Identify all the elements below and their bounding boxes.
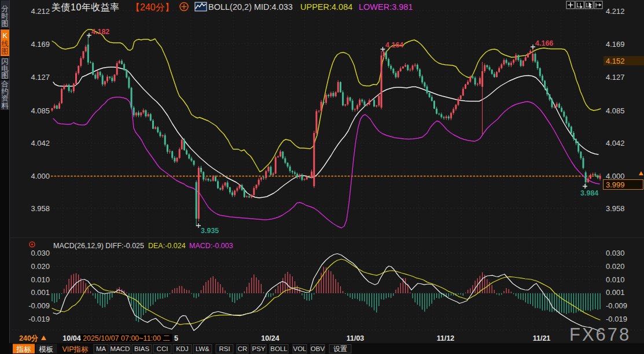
- svg-text:3.958: 3.958: [31, 204, 50, 213]
- svg-text:11/03: 11/03: [347, 334, 365, 342]
- svg-text:指标: 指标: [16, 345, 32, 353]
- svg-text:4.085: 4.085: [31, 106, 50, 115]
- svg-text:4.042: 4.042: [606, 139, 625, 148]
- svg-text:0.001: 0.001: [606, 288, 625, 297]
- svg-text:4.212: 4.212: [606, 7, 625, 16]
- svg-text:0.020: 0.020: [606, 262, 625, 271]
- svg-text:MA: MA: [96, 345, 106, 352]
- svg-text:PSY: PSY: [252, 345, 265, 352]
- svg-text:5: 5: [174, 334, 178, 342]
- svg-text:4.000: 4.000: [31, 172, 50, 180]
- svg-text:UPPER:4.084: UPPER:4.084: [300, 2, 352, 12]
- svg-text:BOLL: BOLL: [270, 345, 288, 352]
- svg-text:3.958: 3.958: [606, 204, 625, 213]
- svg-text:DEA:-0.024: DEA:-0.024: [148, 242, 186, 250]
- svg-text:料: 料: [1, 102, 9, 110]
- svg-text:4.169: 4.169: [31, 40, 50, 49]
- svg-text:4.212: 4.212: [31, 7, 50, 16]
- svg-text:2025/10/07 07:00~11:00 二: 2025/10/07 07:00~11:00 二: [83, 334, 170, 342]
- svg-text:美债10年收益率: 美债10年收益率: [51, 2, 120, 12]
- svg-text:图: 图: [1, 20, 9, 28]
- svg-text:线: 线: [1, 40, 9, 48]
- svg-text:-0.019: -0.019: [28, 315, 50, 323]
- svg-text:时: 时: [1, 12, 9, 20]
- svg-text:CCI: CCI: [157, 345, 168, 352]
- svg-text:KDJ: KDJ: [176, 345, 189, 352]
- svg-text:VIP指标: VIP指标: [62, 345, 89, 353]
- svg-text:模板: 模板: [39, 345, 54, 353]
- svg-text:4.085: 4.085: [606, 106, 625, 115]
- svg-text:K: K: [2, 31, 8, 40]
- svg-text:4.169: 4.169: [606, 40, 625, 49]
- svg-text:-0.019: -0.019: [606, 315, 627, 323]
- svg-text:CR: CR: [238, 345, 248, 352]
- svg-text:4.127: 4.127: [606, 73, 625, 82]
- svg-text:10/04: 10/04: [62, 334, 80, 342]
- svg-text:RSI: RSI: [219, 345, 230, 352]
- svg-text:FX678: FX678: [569, 325, 631, 345]
- svg-text:4.164: 4.164: [385, 41, 403, 49]
- svg-text:图: 图: [1, 72, 9, 80]
- svg-text:0.010: 0.010: [31, 275, 50, 284]
- svg-text:图: 图: [1, 47, 9, 56]
- svg-text:4.127: 4.127: [31, 73, 50, 82]
- svg-text:11/12: 11/12: [437, 334, 455, 342]
- svg-text:LW&: LW&: [196, 345, 209, 352]
- svg-text:VOL: VOL: [293, 345, 307, 352]
- svg-text:MACD:-0.003: MACD:-0.003: [189, 242, 233, 250]
- svg-text:0.030: 0.030: [31, 249, 50, 257]
- svg-text:4.042: 4.042: [31, 139, 50, 148]
- svg-text:0.010: 0.010: [606, 275, 625, 284]
- svg-text:【240分】: 【240分】: [131, 2, 174, 12]
- svg-text:3.984: 3.984: [580, 189, 598, 197]
- svg-text:4.000: 4.000: [606, 172, 625, 180]
- svg-text:-0.009: -0.009: [28, 301, 50, 310]
- svg-text:BIAS: BIAS: [134, 345, 150, 352]
- svg-text:4.182: 4.182: [91, 28, 109, 36]
- svg-text:4.152: 4.152: [606, 57, 625, 65]
- svg-text:MACD: MACD: [111, 345, 130, 352]
- svg-text:OBV: OBV: [311, 345, 325, 352]
- svg-text:MACD(26,12,9) DIFF:-0.025: MACD(26,12,9) DIFF:-0.025: [53, 242, 144, 250]
- svg-text:3.935: 3.935: [201, 227, 219, 235]
- svg-text:LOWER:3.981: LOWER:3.981: [359, 2, 413, 12]
- svg-text:4.166: 4.166: [535, 39, 553, 47]
- svg-text:-0.009: -0.009: [606, 301, 627, 310]
- svg-text:11/21: 11/21: [533, 334, 551, 342]
- svg-text:0.001: 0.001: [31, 288, 50, 297]
- svg-text:0.030: 0.030: [606, 249, 625, 257]
- svg-text:设置: 设置: [333, 345, 347, 353]
- svg-text:240分: 240分: [19, 334, 39, 342]
- svg-text:0.020: 0.020: [31, 262, 50, 271]
- svg-text:10/24: 10/24: [261, 334, 279, 342]
- svg-text:3.999: 3.999: [606, 180, 625, 189]
- svg-text:分: 分: [1, 5, 9, 13]
- svg-text:BOLL(20,2) MID:4.033: BOLL(20,2) MID:4.033: [208, 2, 293, 12]
